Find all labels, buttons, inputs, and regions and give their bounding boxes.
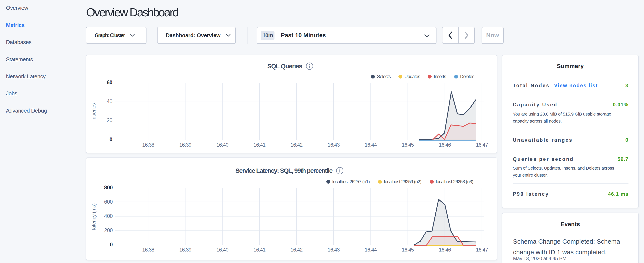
svg-text:200: 200: [104, 227, 113, 233]
svg-text:16:47: 16:47: [476, 247, 488, 252]
svg-text:600: 600: [104, 199, 113, 205]
svg-text:16:45: 16:45: [402, 142, 414, 148]
svg-text:16:39: 16:39: [179, 247, 191, 252]
svg-text:20: 20: [107, 117, 112, 123]
svg-text:16:46: 16:46: [439, 142, 451, 148]
svg-text:16:38: 16:38: [142, 142, 154, 148]
svg-text:0: 0: [110, 136, 112, 142]
svg-text:16:41: 16:41: [254, 142, 266, 148]
svg-text:16:41: 16:41: [254, 247, 266, 252]
svg-text:16:43: 16:43: [328, 247, 340, 252]
svg-text:800: 800: [104, 184, 113, 190]
svg-text:16:44: 16:44: [365, 142, 377, 148]
svg-text:0: 0: [110, 241, 113, 247]
svg-text:16:40: 16:40: [216, 247, 228, 252]
svg-text:400: 400: [104, 213, 113, 219]
svg-text:queries: queries: [91, 103, 96, 119]
svg-text:latency (ms): latency (ms): [91, 203, 96, 230]
svg-text:16:42: 16:42: [290, 142, 302, 148]
svg-text:60: 60: [107, 79, 112, 85]
svg-text:16:47: 16:47: [476, 142, 488, 148]
svg-text:16:43: 16:43: [328, 142, 340, 148]
svg-text:16:38: 16:38: [142, 247, 154, 252]
svg-text:16:42: 16:42: [290, 247, 302, 252]
svg-text:16:39: 16:39: [179, 142, 191, 148]
svg-text:16:46: 16:46: [439, 247, 451, 252]
svg-text:16:40: 16:40: [216, 142, 228, 148]
svg-text:16:44: 16:44: [365, 247, 377, 252]
svg-text:40: 40: [107, 98, 112, 104]
svg-text:16:45: 16:45: [402, 247, 414, 252]
